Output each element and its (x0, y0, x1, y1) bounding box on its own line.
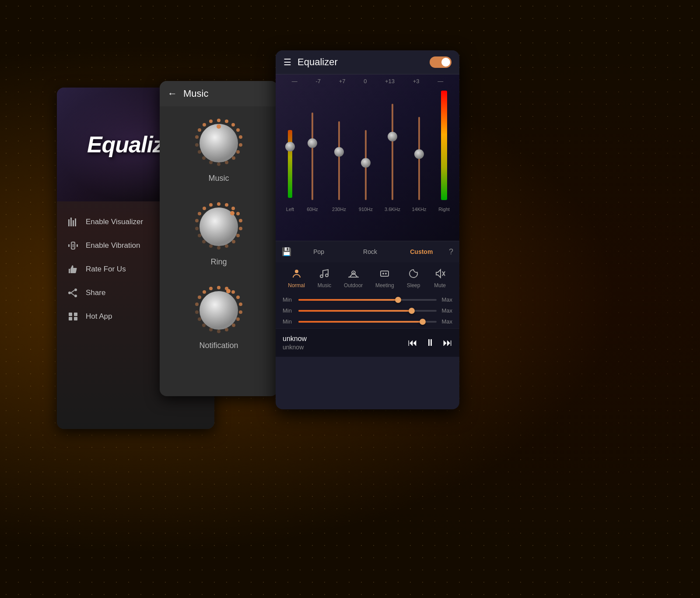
eq-title: Equalizer (298, 56, 430, 68)
svg-point-50 (195, 227, 199, 230)
sleep-mode-label: Sleep (407, 282, 420, 288)
mute-mode-icon (433, 267, 447, 281)
song-artist: unknow (283, 344, 402, 351)
preset-help-icon[interactable]: ? (449, 247, 453, 257)
svg-point-35 (200, 124, 238, 162)
preset-rock-button[interactable]: Rock (346, 246, 394, 258)
svg-point-53 (203, 207, 206, 210)
svg-point-81 (308, 138, 317, 148)
ring-knob-label: Ring (210, 257, 227, 267)
svg-rect-77 (288, 130, 292, 198)
slider3-thumb[interactable] (420, 319, 426, 325)
ring-knob[interactable] (192, 201, 245, 253)
middle-panel-title: Music (183, 88, 208, 99)
svg-text:60Hz: 60Hz (307, 207, 318, 212)
notification-knob[interactable] (192, 284, 245, 337)
svg-rect-0 (68, 219, 70, 226)
slider1-thumb[interactable] (395, 297, 401, 303)
hot-app-icon (67, 311, 79, 322)
svg-point-97 (295, 270, 298, 273)
music-knob[interactable] (192, 117, 245, 169)
eq-volume-sliders: Min Max Min Max Min (276, 293, 459, 328)
svg-point-99 (326, 274, 328, 277)
svg-point-31 (195, 135, 199, 139)
slider1-min-label: Min (283, 296, 295, 303)
svg-rect-101 (381, 271, 388, 276)
svg-text:910Hz: 910Hz (359, 207, 373, 212)
mute-mode-label: Mute (434, 282, 446, 288)
preset-pop-button[interactable]: Pop (295, 246, 343, 258)
preset-custom-button[interactable]: Custom (398, 246, 445, 258)
svg-point-98 (320, 275, 323, 278)
menu-label-enable-vibration: Enable Vibration (86, 241, 140, 250)
save-preset-icon[interactable]: 💾 (282, 247, 291, 257)
hamburger-icon[interactable]: ☰ (284, 57, 291, 67)
volume-slider-2[interactable] (298, 310, 437, 312)
svg-text:Left: Left (286, 207, 294, 212)
pause-button[interactable]: ⏸ (425, 337, 435, 348)
music-mode-icon (317, 267, 331, 281)
svg-point-59 (231, 290, 235, 294)
svg-rect-14 (74, 313, 77, 316)
normal-mode-icon (290, 267, 304, 281)
eq-power-toggle[interactable] (430, 56, 452, 68)
menu-label-share: Share (86, 288, 105, 297)
mode-outdoor[interactable]: Outdoor (344, 267, 363, 288)
eq-presets-row: 💾 Pop Rock Custom ? (276, 241, 459, 262)
svg-point-17 (217, 119, 220, 122)
prev-button[interactable]: ⏮ (408, 337, 417, 348)
notification-knob-section: Notification (160, 274, 278, 357)
menu-label-rate-for-us: Rate For Us (86, 265, 126, 274)
svg-point-62 (239, 310, 242, 314)
menu-label-enable-visualizer: Enable Visualizer (86, 218, 143, 226)
volume-slider-3-row: Min Max (283, 318, 452, 325)
right-panel: ☰ Equalizer — -7 +7 0 +13 +3 — Left 60Hz (276, 50, 459, 409)
slider2-thumb[interactable] (409, 308, 415, 314)
svg-line-11 (71, 290, 74, 293)
eq-chart: — -7 +7 0 +13 +3 — Left 60Hz 230Hz 91 (276, 74, 459, 241)
slider2-min-label: Min (283, 307, 295, 314)
outdoor-mode-label: Outdoor (344, 282, 363, 288)
slider1-max-label: Max (440, 296, 452, 303)
svg-point-18 (225, 120, 228, 123)
playback-controls: ⏮ ⏸ ⏭ (408, 337, 452, 348)
music-mode-label: Music (318, 282, 331, 288)
mode-sleep[interactable]: Sleep (406, 267, 420, 288)
svg-point-69 (198, 317, 201, 321)
song-title: unknow (283, 335, 402, 343)
svg-point-21 (239, 135, 242, 139)
svg-point-38 (225, 203, 228, 207)
svg-point-42 (239, 227, 242, 230)
eq-label-p7: +7 (339, 78, 346, 84)
slider3-min-label: Min (283, 318, 295, 325)
mode-normal[interactable]: Normal (288, 267, 305, 288)
volume-slider-2-row: Min Max (283, 307, 452, 314)
svg-point-78 (285, 142, 295, 151)
svg-text:230Hz: 230Hz (332, 207, 346, 212)
back-button[interactable]: ← (168, 88, 177, 99)
menu-label-hot-app: Hot App (86, 312, 112, 321)
svg-point-9 (74, 295, 77, 297)
svg-rect-13 (69, 313, 72, 316)
svg-point-19 (231, 123, 235, 127)
volume-slider-1-row: Min Max (283, 296, 452, 303)
mode-music[interactable]: Music (317, 267, 331, 288)
song-info: unknow unknow (283, 335, 402, 351)
svg-rect-7 (77, 244, 78, 247)
volume-slider-1[interactable] (298, 299, 437, 301)
svg-point-51 (195, 219, 199, 222)
mode-mute[interactable]: Mute (433, 267, 447, 288)
mode-meeting[interactable]: Meeting (375, 267, 394, 288)
svg-point-72 (198, 295, 201, 299)
svg-point-29 (198, 150, 201, 154)
eq-top-labels: — -7 +7 0 +13 +3 — (276, 74, 459, 86)
svg-point-76 (226, 289, 231, 293)
meeting-mode-label: Meeting (375, 282, 394, 288)
svg-point-48 (202, 240, 206, 243)
svg-point-44 (232, 240, 235, 243)
volume-slider-3[interactable] (298, 321, 437, 323)
svg-point-39 (231, 207, 235, 210)
next-button[interactable]: ⏭ (443, 337, 452, 348)
svg-rect-95 (441, 91, 447, 200)
svg-text:3.6KHz: 3.6KHz (385, 207, 401, 212)
